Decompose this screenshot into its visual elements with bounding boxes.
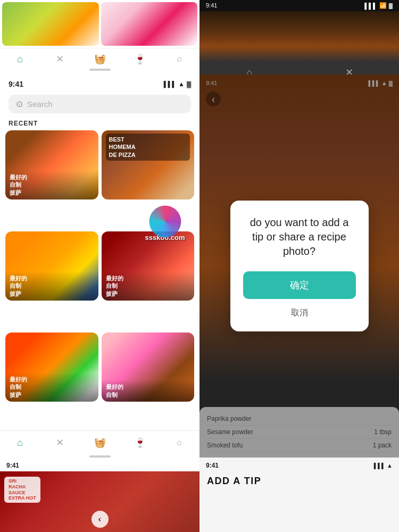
sauce-label: SRIRACHASAUCEEXTRA HOT (4, 477, 40, 503)
home-indicator-top (89, 69, 111, 71)
bottom-nav-mid: ⌂ ✕ 🧺 🍷 ○ (0, 430, 200, 453)
recipe-title-overlay-2: BESTHOMEMADE PIZZA (106, 134, 190, 161)
recipe-overlay-3: 最好的自制披萨 (5, 271, 98, 301)
modal-box: do you want to add a tip or share a reci… (230, 201, 369, 331)
top-right-panel: 9:41 ▌▌▌ 📶 ▓ ⌂ ✕ (200, 0, 399, 74)
bot-signal: ▌▌▌ (374, 463, 385, 469)
phone-status-bar: 9:41 ▌▌▌ ▲ ▓ (0, 74, 200, 90)
recipe-overlay-4: 最好的自制披萨 (102, 271, 195, 301)
recipe-grid: 最好的自制披萨 BESTHOMEMADE PIZZA 最好的自制披萨 最好的自制… (0, 130, 200, 430)
dark-status-bar: 9:41 ▌▌▌ 📶 ▓ (200, 0, 399, 11)
recipe-card-1[interactable]: 最好的自制披萨 (5, 130, 98, 200)
signal-icon: ▌▌▌ (364, 3, 377, 9)
nav-user-icon[interactable]: ○ (172, 52, 187, 66)
modal-cancel-button[interactable]: 取消 (289, 305, 310, 321)
modal-overlay: do you want to add a tip or share a reci… (200, 74, 399, 458)
dark-nav-x[interactable]: ✕ (342, 65, 356, 74)
recipe-card-6[interactable]: 最好的自制 (102, 332, 195, 402)
add-tip-label: ADD A TIP (200, 471, 399, 491)
bot-back-button[interactable]: ‹ (92, 511, 109, 528)
signal-icon: ▌▌▌ (164, 81, 176, 87)
recipe-title-3: 最好的自制披萨 (10, 275, 94, 297)
bot-food-image: SRIRACHASAUCEEXTRA HOT ‹ (0, 471, 200, 532)
battery-icon: ▓ (187, 81, 191, 87)
bot-left-time: 9:41 (6, 462, 19, 469)
nav-utensils-icon[interactable]: ✕ (53, 52, 68, 66)
status-time: 9:41 (9, 80, 23, 88)
recipe-title-5: 最好的自制披萨 (10, 376, 94, 398)
bottom-nav-top: ⌂ ✕ 🧺 🍷 ○ (0, 48, 200, 69)
modal-confirm-button[interactable]: 确定 (243, 271, 356, 299)
bot-right-content: 9:41 ▌▌▌ ▲ ADD A TIP (200, 458, 399, 532)
bot-right-time: 9:41 (206, 462, 219, 469)
search-icon: ⊙ (16, 99, 23, 109)
nav-wine-icon[interactable]: 🍷 (132, 52, 147, 66)
food-detail-bg: 9:41 ▌▌▌ ▲ ▓ ‹ Paprika powder Sesame pow… (200, 74, 399, 458)
top-food-image-2 (101, 2, 198, 46)
search-bar[interactable]: ⊙ Search (9, 95, 191, 113)
recipe-card-5[interactable]: 最好的自制披萨 (5, 332, 98, 402)
wifi-icon: ▲ (178, 80, 185, 88)
recipe-card-2[interactable]: BESTHOMEMADE PIZZA (102, 130, 195, 200)
nav-basket-icon[interactable]: 🧺 (93, 52, 107, 66)
mid-nav-utensils[interactable]: ✕ (53, 435, 68, 450)
bot-wifi: ▲ (387, 462, 393, 469)
dark-nav-back[interactable]: ⌂ (242, 65, 257, 74)
mid-nav-wine[interactable]: 🍷 (132, 435, 147, 450)
mid-right-panel: 9:41 ▌▌▌ ▲ ▓ ‹ Paprika powder Sesame pow… (200, 74, 399, 458)
battery-icon-dark: ▓ (389, 3, 393, 9)
recipe-overlay-6: 最好的自制 (102, 380, 195, 402)
mid-nav-user[interactable]: ○ (172, 435, 187, 450)
bot-right-status-icons: ▌▌▌ ▲ (374, 462, 393, 469)
mid-nav-home[interactable]: ⌂ (13, 435, 28, 450)
recipe-title-4: 最好的自制披萨 (106, 275, 190, 297)
top-food-image-1 (2, 2, 99, 46)
section-recent-label: RECENT (0, 118, 200, 130)
recipe-overlay-5: 最好的自制披萨 (5, 372, 98, 402)
wifi-icon-dark: 📶 (379, 2, 387, 9)
recipe-overlay-1: 最好的自制披萨 (5, 170, 98, 200)
recipe-title-1: 最好的自制披萨 (10, 173, 94, 196)
recipe-title-2: BESTHOMEMADE PIZZA (109, 136, 187, 159)
dark-time: 9:41 (206, 2, 217, 9)
recipe-title-6: 最好的自制 (106, 383, 190, 398)
dark-status-icons: ▌▌▌ 📶 ▓ (364, 2, 393, 9)
search-placeholder: Search (27, 99, 53, 109)
mid-left-panel: 9:41 ▌▌▌ ▲ ▓ ⊙ Search RECENT 最好的自制披萨 BE (0, 74, 200, 458)
modal-title: do you want to add a tip or share a reci… (243, 215, 356, 259)
nav-home-icon[interactable]: ⌂ (13, 52, 28, 66)
bot-left-panel: 9:41 SRIRACHASAUCEEXTRA HOT ‹ (0, 458, 200, 532)
bot-right-status: 9:41 ▌▌▌ ▲ (200, 458, 399, 471)
top-left-panel: ⌂ ✕ 🧺 🍷 ○ (0, 0, 200, 74)
recipe-card-4[interactable]: 最好的自制披萨 (102, 231, 195, 301)
bot-left-status: 9:41 (0, 458, 200, 471)
bot-right-panel: 9:41 ▌▌▌ ▲ ADD A TIP (200, 458, 399, 532)
status-icons: ▌▌▌ ▲ ▓ (164, 80, 191, 88)
mid-nav-basket[interactable]: 🧺 (93, 435, 107, 450)
bot-left-phone: 9:41 SRIRACHASAUCEEXTRA HOT ‹ (0, 458, 200, 532)
recipe-card-3[interactable]: 最好的自制披萨 (5, 231, 98, 301)
